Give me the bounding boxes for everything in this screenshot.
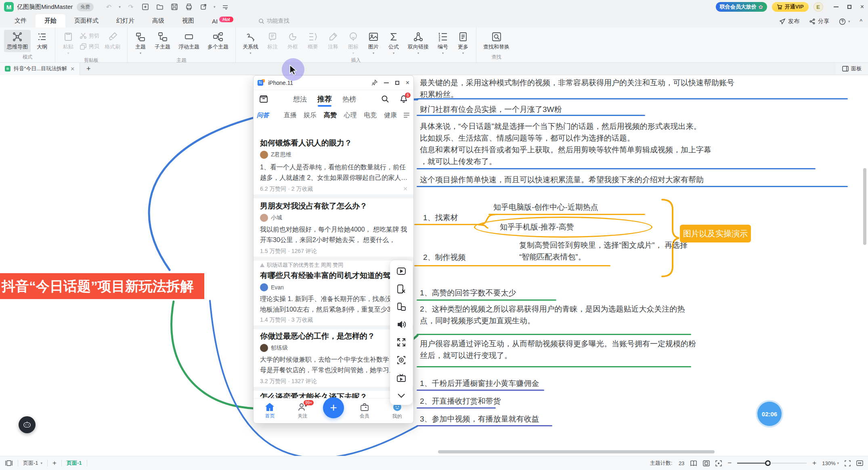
export-caret-icon[interactable]: ▾ [214, 5, 216, 9]
bidirectional-link-button[interactable]: 双向链接▾ [405, 30, 432, 57]
zoom-slider-knob[interactable] [765, 460, 771, 466]
question-title[interactable]: 男朋友对我没占有欲了怎么办？ [260, 201, 410, 211]
fullscreen-button[interactable] [845, 460, 851, 466]
topic-node-a2[interactable]: 财门社群有位会员实操，一个月涨了3W粉 [420, 103, 562, 115]
zoom-slider[interactable] [737, 460, 807, 466]
callout-button[interactable]: 标注 [264, 30, 281, 52]
screenshot-cut-icon[interactable] [396, 284, 407, 294]
phone-close-button[interactable]: × [406, 80, 409, 86]
pin-icon[interactable] [371, 80, 377, 86]
summary-button[interactable]: 概要 [304, 30, 322, 52]
pages-overview-button[interactable] [5, 460, 13, 466]
vip-button[interactable]: 开通VIP [772, 2, 809, 12]
question-title[interactable]: 你做过最恶心的工作，是怎样的？ [260, 331, 410, 341]
topic-node-c1[interactable]: 1、高赞的回答字数不要太少 [420, 287, 516, 299]
icon-marker-button[interactable]: 图标▾ [344, 30, 362, 57]
topic-node-a3-line4[interactable]: ，就可以上传发布了。 [420, 156, 497, 167]
category-live[interactable]: 直播 [280, 111, 300, 120]
document-close-icon[interactable]: ✕ [70, 66, 75, 72]
topic-node-d2[interactable]: 2、开直播收打赏和带货 [420, 395, 501, 407]
user-avatar[interactable]: E [813, 2, 823, 12]
help-caret-icon[interactable]: ▾ [848, 19, 850, 23]
topic-node-a3-line3[interactable]: 信息和素材可以在抖音或者知乎上获取。然后用剪映等软件简单剪辑成视频，加上字幕 [420, 144, 711, 156]
document-tab[interactable]: 抖音“今日...目玩法拆解 ✕ [0, 63, 80, 75]
help-button[interactable]: ▾ [839, 18, 850, 25]
topic-node-d3[interactable]: 3、参加中视频，有播放量就有收益 [420, 413, 539, 425]
answer-author[interactable]: 小城 [260, 214, 282, 222]
print-icon[interactable] [185, 2, 193, 11]
answer-body[interactable]: 理论实操 1. 新到手、准备长期开的车，找条没车的 地板油到100左右，然后紧急… [260, 294, 409, 315]
vertical-scrollbar[interactable] [863, 168, 866, 245]
collapse-toolbar-icon[interactable] [396, 390, 407, 401]
page-mode-button[interactable] [690, 460, 697, 466]
copy-button[interactable]: 拷贝 [80, 43, 99, 50]
answer-author[interactable]: 郁练级 [260, 344, 288, 352]
phone-window-titlebar[interactable]: 知 iPhone.11 × [254, 76, 413, 90]
topic-node-b2a[interactable]: 复制高赞回答到剪映里，选择“图文成片”， 再选择“智能匹配表情包”。 [519, 239, 693, 263]
numbering-button[interactable]: 编号▾ [434, 30, 452, 57]
fullscreen-icon[interactable] [396, 337, 407, 348]
outline-mode-button[interactable]: 大纲 [33, 30, 51, 52]
redo-icon[interactable]: ↷ [126, 2, 135, 11]
customize-toolbar-icon[interactable] [221, 2, 230, 11]
topic-node-a3-line1[interactable]: 具体来说，“今日话题”就是选择一个当下热门的话题，然后用视频的形式表现出来。 [420, 120, 701, 132]
window-close-button[interactable]: × [860, 4, 864, 10]
page-selector[interactable]: 页面-1▾ [23, 459, 42, 467]
answer-body[interactable]: 1、看一个人是否单纯，看他前任的数量就行，前任越多，人就越渣 2、女生如果跟你聊… [260, 162, 409, 183]
format-painter-button[interactable]: 格式刷 [102, 30, 123, 52]
publish-button[interactable]: 发布 [779, 18, 799, 25]
answer-author[interactable]: Z君思维 [260, 151, 291, 159]
subtopic-button[interactable]: 子主题 [152, 30, 173, 52]
horizontal-scrollbar[interactable] [438, 450, 715, 453]
question-title[interactable]: 有哪些只有经验丰富的司机才知道的驾驶… [260, 270, 410, 281]
save-icon[interactable] [170, 2, 179, 11]
page-tab[interactable]: 页面-1 [67, 459, 82, 467]
topic-node-b1b[interactable]: 知乎手机版-推荐-高赞 [500, 221, 574, 233]
more-insert-button[interactable]: 更多▾ [454, 30, 472, 57]
menu-tab-file[interactable]: 文件 [6, 14, 36, 27]
find-replace-button[interactable]: 查找和替换 [480, 30, 512, 52]
category-health[interactable]: 健康 [380, 111, 400, 120]
zoom-in-icon[interactable] [396, 355, 407, 365]
nav-home[interactable]: 首页 [258, 403, 282, 419]
fit-width-button[interactable] [856, 460, 863, 466]
assistant-button[interactable] [19, 416, 36, 433]
notification-bell[interactable]: 6 [400, 95, 408, 103]
relation-line-button[interactable]: 关系线▾ [240, 30, 261, 57]
topic-button[interactable]: 主题▾ [132, 30, 149, 57]
answer-author[interactable]: Evan [260, 283, 284, 291]
boundary-button[interactable]: 外框 [284, 30, 302, 52]
fit-page-button[interactable] [703, 460, 710, 466]
central-topic[interactable]: 抖音“今日话题”项目新玩法拆解 [0, 273, 204, 299]
nav-member[interactable]: 会员 [352, 403, 377, 419]
phone-search-icon[interactable] [381, 95, 389, 103]
fit-screen-button[interactable] [715, 460, 722, 466]
open-file-icon[interactable] [155, 2, 164, 11]
paste-button[interactable]: 粘贴▾ [59, 30, 77, 57]
add-page-button[interactable]: + [52, 459, 57, 467]
menu-tab-advanced[interactable]: 高级 [143, 14, 173, 27]
dismiss-icon[interactable]: ✕ [403, 185, 408, 192]
answer-body[interactable]: 我以前也对她很好，每个月给她4000， 想吃某牌 我开车30公里，来回2小时帮她… [260, 224, 409, 245]
mindmap-canvas[interactable]: 抖音“今日话题”项目新玩法拆解 最关键的是，采用这种模式制作的视频，非常容易获得… [0, 75, 868, 456]
menu-tab-view[interactable]: 视图 [173, 14, 203, 27]
recording-timer[interactable]: 02:06 [757, 402, 782, 426]
phone-tab-ideas[interactable]: 想法 [293, 95, 307, 104]
topic-node-b1[interactable]: 1、找素材 [423, 212, 458, 223]
window-minimize-button[interactable] [834, 6, 839, 7]
topic-node-c3[interactable]: 用户很容易通过评论互动，从而帮助视频获得更多曝光。当账号拥有一定规模的粉丝后，就… [420, 338, 698, 361]
menu-tab-ai[interactable]: AIHot [203, 15, 242, 27]
category-fun[interactable]: 娱乐 [300, 111, 320, 120]
zoom-in-button[interactable]: + [812, 459, 816, 467]
phone-tab-hot[interactable]: 热榜 [342, 95, 356, 104]
topic-node-b1a[interactable]: 知乎电脑版-创作中心-近期热点 [493, 201, 598, 213]
menu-tab-slides[interactable]: 幻灯片 [107, 14, 143, 27]
category-upvoted[interactable]: 高赞 [320, 111, 340, 120]
topic-node-c2[interactable]: 2、这种类型的视频之所以容易获得用户的青睐，是因为选题贴近大众关注的热点，同时视… [420, 303, 698, 327]
topic-node-b2[interactable]: 2、制作视频 [423, 251, 466, 263]
feature-search[interactable]: 功能查找 [254, 15, 294, 27]
export-icon[interactable] [199, 2, 208, 11]
note-button[interactable]: 注释 [324, 30, 342, 52]
collapse-ribbon-button[interactable]: ^ [860, 18, 862, 25]
menu-tab-home[interactable]: 开始 [36, 14, 65, 27]
